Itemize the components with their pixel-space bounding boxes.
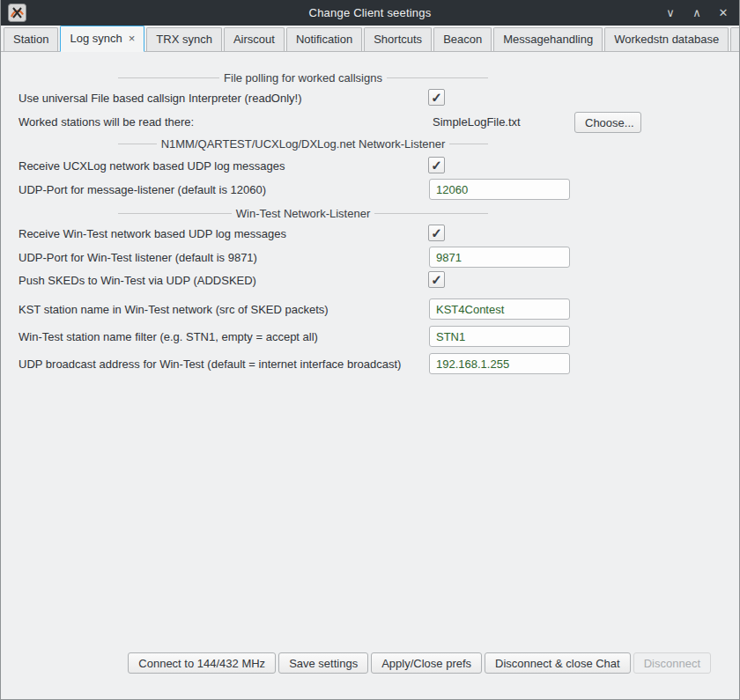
tab-gui[interactable]: GUI (730, 27, 740, 51)
disconnect-close-chat-button[interactable]: Disconnect & close Chat (485, 652, 631, 674)
station-name-filter-input[interactable] (429, 326, 570, 347)
minimize-icon[interactable]: ∨ (663, 0, 677, 26)
apply-close-prefs-button[interactable]: Apply/Close prefs (371, 652, 482, 674)
section-wintest-listener-header: Win-Test Network-Listener (118, 207, 488, 220)
section-title: Win-Test Network-Listener (236, 207, 370, 220)
kst-station-name-input[interactable] (429, 298, 570, 320)
section-title: File polling for worked callsigns (224, 71, 382, 85)
receive-wintest-checkbox[interactable]: ✓ (428, 225, 445, 241)
check-icon: ✓ (431, 158, 442, 173)
worked-stations-file-value: SimpleLogFile.txt (433, 115, 521, 129)
worked-stations-label: Worked stations will be read there: (18, 115, 194, 129)
udp-port-wintest-label: UDP-Port for Win-Test listener (default … (18, 251, 257, 264)
udp-port-message-input[interactable] (429, 179, 570, 200)
log-synch-panel: File polling for worked callsigns Use un… (1, 52, 739, 652)
check-icon: ✓ (431, 90, 442, 105)
close-icon[interactable]: ✕ (716, 0, 730, 26)
maximize-icon[interactable]: ∧ (690, 0, 704, 26)
tab-shortcuts[interactable]: Shortcuts (364, 27, 432, 51)
section-file-polling-header: File polling for worked callsigns (118, 71, 488, 85)
check-icon: ✓ (431, 272, 442, 287)
kst-station-name-label: KST station name in Win-Test network (sr… (18, 303, 329, 316)
file-interpreter-checkbox[interactable]: ✓ (428, 89, 445, 106)
push-skeds-label: Push SKEDs to Win-Test via UDP (ADDSKED) (18, 274, 256, 287)
choose-file-button[interactable]: Choose... (574, 112, 641, 133)
save-settings-button[interactable]: Save settings (278, 652, 368, 674)
tab-log-synch[interactable]: Log synch× (60, 26, 144, 52)
tab-airscout[interactable]: Airscout (224, 27, 285, 51)
titlebar: Change Client seetings ∨ ∧ ✕ (1, 0, 739, 26)
file-interpreter-label: Use universal File based callsign Interp… (18, 92, 302, 105)
receive-ucxlog-label: Receive UCXLog network based UDP log mes… (18, 159, 285, 173)
check-icon: ✓ (431, 225, 442, 240)
tab-notification[interactable]: Notification (286, 27, 362, 51)
tab-close-icon[interactable]: × (129, 32, 136, 45)
connect-144-432-button[interactable]: Connect to 144/432 MHz (128, 652, 276, 674)
push-skeds-checkbox[interactable]: ✓ (428, 271, 445, 288)
tab-workedstn-database[interactable]: Workedstn database (604, 27, 729, 51)
tab-messagehandling[interactable]: Messagehandling (493, 27, 603, 51)
tab-trx-synch[interactable]: TRX synch (146, 27, 222, 51)
tab-beacon[interactable]: Beacon (433, 27, 492, 51)
udp-port-message-label: UDP-Port for message-listener (default i… (18, 183, 266, 196)
disconnect-button: Disconnect (633, 652, 711, 674)
udp-broadcast-label: UDP broadcast address for Win-Test (defa… (18, 357, 401, 371)
tab-station[interactable]: Station (4, 27, 58, 51)
tab-bar: Station Log synch× TRX synch Airscout No… (1, 26, 739, 52)
udp-broadcast-input[interactable] (429, 353, 570, 374)
receive-wintest-label: Receive Win-Test network based UDP log m… (18, 227, 286, 240)
station-name-filter-label: Win-Test station name filter (e.g. STN1,… (18, 330, 318, 343)
receive-ucxlog-checkbox[interactable]: ✓ (428, 157, 445, 173)
window-controls: ∨ ∧ ✕ (663, 0, 730, 26)
window-title: Change Client seetings (1, 6, 739, 19)
settings-dialog: Change Client seetings ∨ ∧ ✕ Station Log… (0, 0, 740, 700)
section-n1mm-listener-header: N1MM/QARTEST/UCXLog/DXLog.net Network-Li… (118, 137, 488, 151)
udp-port-wintest-input[interactable] (429, 247, 570, 268)
section-title: N1MM/QARTEST/UCXLog/DXLog.net Network-Li… (161, 137, 446, 151)
footer-button-row: Connect to 144/432 MHz Save settings App… (1, 652, 739, 674)
